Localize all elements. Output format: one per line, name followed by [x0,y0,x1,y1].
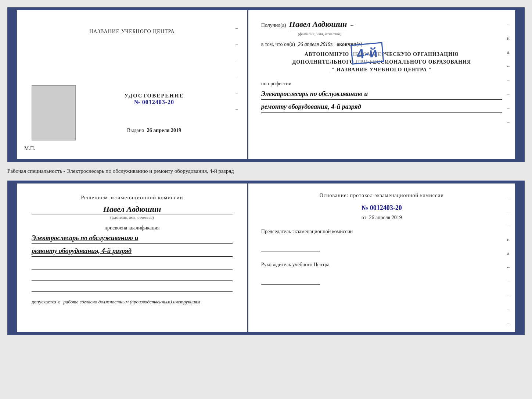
chairman-sign-line [261,241,320,252]
right-deco-b2: – [507,209,510,214]
allowed-prefix: допускается к [32,299,60,304]
right-deco-b1: – [507,195,510,200]
decision-title: Решением экзаменационной комиссии [32,195,233,201]
director-title: Руководитель учебного Центра [261,261,502,268]
bottom-left-page: Решением экзаменационной комиссии Павел … [17,184,248,332]
blank-lines [32,260,233,292]
received-prefix: Получил(а) [261,22,286,28]
page-wrapper: НАЗВАНИЕ УЧЕБНОГО ЦЕНТРА УДОСТОВЕРЕНИЕ №… [7,7,525,335]
document-bottom: Решением экзаменационной комиссии Павел … [7,181,525,335]
issued-prefix: Выдано [127,128,144,133]
right-deco-b9: – [507,306,510,312]
side-deco-6: – [236,106,238,112]
name-subtitle-top: (фамилия, имя, отчество) [298,32,502,36]
left-spine-bottom [10,184,17,332]
center-title: НАЗВАНИЕ УЧЕБНОГО ЦЕНТРА [89,29,175,35]
middle-label: Рабочая специальность - Электрослесарь п… [7,166,525,176]
side-deco-5: – [236,90,238,96]
allowed-text: работе согласно должностным (производств… [63,299,200,304]
right-deco-b7: – [507,278,510,284]
from-prefix: от [362,215,366,220]
right-spine-bottom [515,184,522,332]
stamp-line3: " НАЗВАНИЕ УЧЕБНОГО ЦЕНТРА " [261,66,502,74]
stamp-overlay: 4-й [351,42,384,64]
right-deco-2: и [507,35,510,41]
profession-text1: Электрослесарь по обслуживанию и [261,89,502,100]
top-right-page: Получил(а) Павел Авдюшин – (фамилия, имя… [248,10,515,159]
right-deco-3: а [507,49,510,55]
right-deco-b10: – [507,320,510,326]
right-deco-6: – [507,91,510,97]
qualification-text1: Электрослесарь по обслуживанию и [32,233,233,244]
person-name-bottom: Павел Авдюшин [32,204,233,214]
side-deco-1: – [236,25,238,31]
allowed-line: допускается к работе согласно должностны… [32,299,233,305]
right-deco-b3: – [507,222,510,228]
blank-line-2 [32,271,233,281]
right-deco-5: – [507,77,510,83]
qualification-label: присвоена квалификация [32,225,233,231]
photo-placeholder [32,85,76,140]
right-spine-top [515,10,522,159]
director-sign-line [261,274,320,285]
in-that-date: 26 апреля 2019г. [298,42,334,47]
right-deco-b5: а [507,250,510,256]
stamp-grade: 4-й [356,46,378,61]
right-deco-b6: ← [506,264,511,270]
cert-block: УДОСТОВЕРЕНИЕ № 0012403-20 [124,93,184,106]
profession-prefix: по профессии [261,81,502,87]
issued-date: 26 апреля 2019 [147,128,181,133]
right-deco-1: – [507,21,510,27]
side-deco-3: – [236,57,238,63]
chairman-title: Председатель экзаменационной комиссии [261,228,502,235]
name-subtitle-bottom: (фамилия, имя, отчество) [32,215,233,220]
cert-title: УДОСТОВЕРЕНИЕ [124,93,184,99]
blank-line-1 [32,260,233,270]
profession-text2: ремонту оборудования, 4-й разряд [261,101,502,113]
in-that-prefix: в том, что он(а) [261,42,295,47]
mp-label: М.П. [24,146,35,152]
official-block-1: Председатель экзаменационной комиссии [261,228,502,252]
side-deco-2: – [236,41,238,47]
blank-line-3 [32,282,233,292]
basis-number: № 0012403-20 [261,204,502,212]
qualification-text2: ремонту оборудования, 4-й разряд [32,246,233,257]
document-top: НАЗВАНИЕ УЧЕБНОГО ЦЕНТРА УДОСТОВЕРЕНИЕ №… [7,7,525,162]
issued-line: Выдано 26 апреля 2019 [127,128,181,133]
received-name: Павел Авдюшин [289,19,347,30]
side-deco-4: – [236,74,238,79]
cert-number: № 0012403-20 [124,99,184,106]
right-deco-b8: – [507,292,510,298]
from-date: 26 апреля 2019 [369,215,402,220]
top-left-page: НАЗВАНИЕ УЧЕБНОГО ЦЕНТРА УДОСТОВЕРЕНИЕ №… [17,10,248,159]
right-deco-7: – [507,105,510,111]
right-deco-b4: и [507,236,510,242]
official-block-2: Руководитель учебного Центра [261,261,502,285]
right-deco-8: – [507,119,510,125]
from-date-line: от 26 апреля 2019 [261,215,502,221]
bottom-right-page: Основание: протокол экзаменационной коми… [248,184,515,332]
right-deco-4: ← [506,63,511,69]
left-spine [10,10,17,159]
basis-title: Основание: протокол экзаменационной коми… [261,193,502,199]
